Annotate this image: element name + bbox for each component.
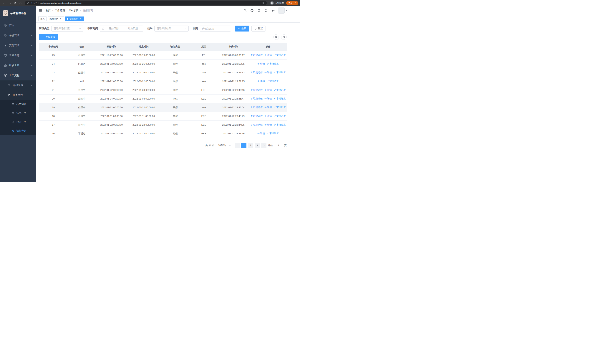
edit-icon — [274, 71, 276, 74]
cell-id: 19 — [39, 103, 68, 112]
tab-home[interactable]: 首页 — [38, 17, 47, 21]
sidebar-collapse-icon[interactable] — [36, 6, 45, 15]
cell-id: 18 — [39, 112, 68, 121]
op-detail-link[interactable]: 详情 — [264, 123, 272, 126]
menu-kebab-icon[interactable]: ⋮ — [294, 2, 297, 4]
op-cancel-link[interactable]: 取消请假 — [251, 88, 262, 92]
op-detail-link[interactable]: 详情 — [264, 114, 272, 118]
sidebar-item-infrastructure[interactable]: 基础设施 — [0, 50, 36, 60]
search-button[interactable]: 搜索 — [235, 26, 249, 31]
prev-page-button[interactable] — [234, 143, 240, 148]
github-icon[interactable] — [248, 6, 255, 15]
op-progress-link[interactable]: 审批进度 — [274, 114, 286, 118]
op-progress-link[interactable]: 审批进度 — [267, 132, 279, 135]
fullscreen-icon[interactable] — [262, 6, 270, 15]
op-progress-link[interactable]: 审批进度 — [274, 106, 286, 109]
back-icon[interactable] — [2, 0, 7, 5]
op-progress-link[interactable]: 审批进度 — [274, 88, 286, 92]
reset-button[interactable]: 重置 — [252, 26, 266, 31]
cell-status: 处理中 — [68, 86, 96, 94]
sidebar-item-todo-tasks[interactable]: 待办任务 — [0, 109, 36, 118]
cell-id: 21 — [39, 86, 68, 94]
home-icon[interactable] — [18, 0, 23, 5]
op-detail-link[interactable]: 详情 — [264, 97, 272, 100]
table-header-row: 申请编号 状态 开始时间 结束时间 请假类型 原因 申请时间 操作 — [39, 43, 287, 51]
plus-icon — [42, 36, 44, 38]
op-detail-link[interactable]: 详情 — [257, 80, 265, 83]
sidebar-item-workflow[interactable]: 工作流程 — [0, 70, 36, 80]
sidebar-item-done-tasks[interactable]: 已办任务 — [0, 118, 36, 126]
update-button[interactable]: 更新 ⋮ — [286, 1, 298, 5]
sidebar-item-leave-query[interactable]: 请假查询 — [0, 126, 36, 135]
page-button-1[interactable]: 1 — [241, 143, 246, 148]
op-cancel-link[interactable]: 取消请假 — [251, 106, 262, 109]
cell-reason: EEE — [190, 86, 217, 94]
op-detail-link[interactable]: 详情 — [264, 88, 272, 92]
op-progress-link[interactable]: 审批进度 — [274, 97, 286, 100]
font-size-icon[interactable] — [270, 6, 277, 15]
reload-icon[interactable] — [13, 0, 18, 5]
breadcrumb-item[interactable]: 首页 — [45, 9, 51, 12]
tab-process-detail[interactable]: 流程详情 × — [48, 17, 64, 21]
user-avatar[interactable] — [278, 7, 287, 14]
refresh-table-button[interactable] — [281, 34, 287, 40]
op-detail-link[interactable]: 详情 — [264, 71, 272, 74]
url-text[interactable]: dashboard.yudao.iocoder.cn/bpm/oa/leave — [40, 2, 82, 4]
close-icon[interactable]: × — [59, 18, 62, 20]
security-label[interactable]: 不安全 — [31, 2, 37, 4]
sidebar-item-payment-management[interactable]: 支付管理 — [0, 40, 36, 50]
check-circle-icon — [11, 120, 14, 124]
create-leave-button[interactable]: 发起请假 — [39, 34, 58, 40]
page-button-2[interactable]: 2 — [248, 143, 253, 148]
tags-view: 首页 流程详情 × 请假查询 × — [36, 15, 300, 23]
cell-end: 2022-01-26 00:00:00 — [127, 68, 160, 77]
stream-icon — [7, 84, 11, 87]
op-progress-link[interactable]: 审批进度 — [274, 71, 286, 74]
tab-leave-query[interactable]: 请假查询 × — [65, 17, 84, 21]
bookmark-star-icon[interactable] — [262, 2, 265, 4]
goto-page-input[interactable] — [275, 143, 282, 148]
help-icon[interactable] — [255, 6, 262, 15]
op-detail-link[interactable]: 详情 — [257, 132, 265, 135]
op-cancel-link[interactable]: 取消请假 — [251, 71, 262, 74]
address-bar[interactable]: 不安全 dashboard.yudao.iocoder.cn/bpm/oa/le… — [25, 1, 267, 5]
sidebar-item-dev-tools[interactable]: 研发工具 — [0, 60, 36, 70]
cell-type: 病假 — [160, 94, 190, 103]
op-cancel-link[interactable]: 取消请假 — [251, 123, 262, 126]
gear-icon — [4, 34, 7, 37]
op-cancel-link[interactable]: 取消请假 — [251, 97, 262, 100]
leave-type-select[interactable]: 请选择请假类型 — [51, 26, 83, 31]
table-row: 19处理中2022-01-22 00:00:002022-01-22 00:00… — [39, 103, 287, 112]
sidebar-item-system-management[interactable]: 系统管理 — [0, 30, 36, 40]
apply-time-range-picker[interactable]: 开始日期 - 结束日期 — [100, 26, 143, 31]
op-cancel-link[interactable]: 取消请假 — [251, 114, 262, 118]
table-body: 25处理中2021-12-27 00:00:002022-01-19 00:00… — [39, 51, 287, 138]
result-select[interactable]: 请选择流结果 — [154, 26, 189, 31]
breadcrumb-item[interactable]: OA 示例 — [69, 9, 78, 12]
sidebar-item-process-management[interactable]: 流程管理 — [0, 80, 36, 90]
forward-icon[interactable] — [7, 0, 12, 5]
op-cancel-link[interactable]: 取消请假 — [251, 54, 262, 57]
sidebar-item-my-processes[interactable]: 我的流程 — [0, 100, 36, 109]
breadcrumb-item[interactable]: 工作流程 — [55, 9, 65, 12]
next-page-button[interactable] — [261, 143, 266, 148]
search-icon[interactable] — [242, 6, 248, 15]
op-detail-link[interactable]: 详情 — [257, 62, 265, 65]
reason-input[interactable] — [200, 26, 231, 31]
leave-type-label: 请假类型 — [39, 27, 49, 30]
cell-type: 病假 — [160, 51, 190, 59]
op-progress-link[interactable]: 审批进度 — [274, 54, 286, 57]
op-progress-link[interactable]: 审批进度 — [267, 80, 279, 83]
cell-start: 2022-01-04 00:00:00 — [96, 129, 127, 138]
incognito-label: 无痕模式 — [275, 2, 284, 4]
op-detail-link[interactable]: 详情 — [264, 54, 272, 57]
close-icon[interactable]: × — [79, 18, 82, 20]
op-detail-link[interactable]: 详情 — [264, 106, 272, 109]
page-size-select[interactable]: 10条/页 — [216, 143, 233, 148]
sidebar-item-home[interactable]: 首页 — [0, 20, 36, 30]
op-progress-link[interactable]: 审批进度 — [274, 123, 286, 126]
toggle-search-button[interactable] — [273, 34, 279, 40]
page-button-3[interactable]: 3 — [255, 143, 260, 148]
op-progress-link[interactable]: 审批进度 — [267, 62, 279, 65]
sidebar-item-task-management[interactable]: 任务管理 — [0, 90, 36, 100]
